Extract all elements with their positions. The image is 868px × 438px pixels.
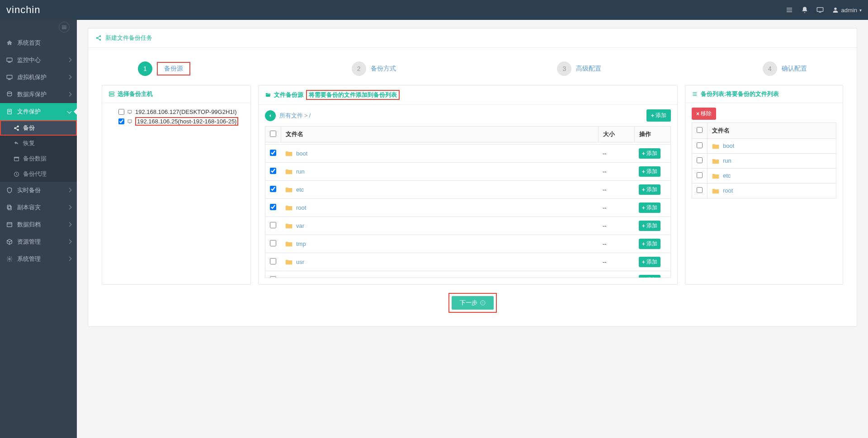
nav-item[interactable]: 实时备份 bbox=[0, 182, 77, 199]
nav-item[interactable]: 虚拟机保护 bbox=[0, 69, 77, 86]
file-name-cell[interactable]: boot bbox=[281, 145, 598, 163]
row-checkbox[interactable] bbox=[270, 240, 276, 246]
nav-item[interactable]: 资源管理 bbox=[0, 233, 77, 250]
nav-label: 资源管理 bbox=[17, 238, 41, 246]
nav-item[interactable]: 副本容灾 bbox=[0, 199, 77, 216]
svg-rect-2 bbox=[787, 11, 792, 12]
host-tree-item[interactable]: 192.168.106.127(DESKTOP-99G2H1I) bbox=[108, 108, 244, 116]
wizard-step[interactable]: 4确认配置 bbox=[763, 61, 807, 76]
svg-rect-32 bbox=[128, 110, 132, 113]
sub-nav-item[interactable]: 恢复 bbox=[0, 136, 77, 151]
target-row-checkbox[interactable] bbox=[697, 157, 703, 163]
target-panel-title: 备份列表:将要备份的文件列表 bbox=[701, 90, 779, 98]
add-selected-button[interactable]: +添加 bbox=[646, 109, 671, 122]
svg-rect-3 bbox=[817, 8, 823, 12]
row-add-button[interactable]: +添加 bbox=[639, 184, 660, 195]
svg-rect-20 bbox=[8, 206, 11, 210]
svg-point-10 bbox=[7, 92, 11, 94]
folder-open-icon bbox=[265, 92, 271, 98]
row-checkbox[interactable] bbox=[270, 258, 276, 264]
svg-rect-18 bbox=[14, 157, 19, 158]
chevron-down-icon: ▾ bbox=[859, 8, 862, 13]
file-name-cell[interactable]: usr bbox=[281, 253, 598, 271]
file-name-cell[interactable]: tmp bbox=[281, 235, 598, 253]
host-checkbox[interactable] bbox=[118, 118, 124, 124]
host-tree-item[interactable]: 192.168.106.25(host-192-168-106-25) bbox=[108, 116, 244, 127]
folder-icon bbox=[285, 187, 292, 193]
display-icon[interactable] bbox=[816, 6, 824, 14]
sidebar-toggle[interactable] bbox=[0, 20, 77, 34]
app-header: vinchin admin ▾ bbox=[0, 0, 868, 20]
sub-nav-item[interactable]: 备份代理 bbox=[0, 166, 77, 182]
target-row-checkbox[interactable] bbox=[697, 142, 703, 148]
nav-item[interactable]: 系统首页 bbox=[0, 34, 77, 52]
next-button[interactable]: 下一步 bbox=[452, 296, 494, 310]
svg-rect-36 bbox=[693, 92, 697, 93]
svg-rect-29 bbox=[109, 94, 114, 96]
row-checkbox[interactable] bbox=[270, 150, 276, 156]
menu-icon[interactable] bbox=[786, 6, 793, 14]
target-row-checkbox[interactable] bbox=[697, 187, 703, 193]
row-add-button[interactable]: +添加 bbox=[639, 148, 660, 159]
host-checkbox[interactable] bbox=[118, 109, 124, 115]
nav-item[interactable]: 数据归档 bbox=[0, 216, 77, 233]
arrow-left-icon bbox=[268, 113, 273, 118]
nav-label: 数据归档 bbox=[17, 221, 41, 229]
target-row-checkbox[interactable] bbox=[697, 172, 703, 178]
file-name-cell[interactable]: root bbox=[281, 199, 598, 217]
row-add-button[interactable]: +添加 bbox=[639, 275, 660, 278]
back-button[interactable] bbox=[265, 110, 276, 121]
nav-item[interactable]: 系统管理 bbox=[0, 250, 77, 268]
server-icon bbox=[108, 91, 115, 97]
row-add-button[interactable]: +添加 bbox=[639, 239, 660, 249]
nav-label: 系统管理 bbox=[17, 255, 41, 263]
remove-button[interactable]: ×移除 bbox=[692, 108, 716, 120]
chevron-icon bbox=[68, 110, 71, 113]
nav-item[interactable]: 文件保护 bbox=[0, 103, 77, 120]
chevron-icon bbox=[68, 257, 71, 261]
row-checkbox[interactable] bbox=[270, 222, 276, 228]
file-row: root--+添加 bbox=[265, 199, 670, 217]
file-name-cell[interactable]: etc bbox=[281, 181, 598, 199]
nav-item[interactable]: 数据库保护 bbox=[0, 86, 77, 103]
svg-rect-7 bbox=[9, 62, 11, 62]
file-row: var--+添加 bbox=[265, 217, 670, 235]
row-add-button[interactable]: +添加 bbox=[639, 166, 660, 177]
bell-icon[interactable] bbox=[801, 6, 808, 14]
nav-label: 副本容灾 bbox=[17, 203, 41, 212]
svg-point-26 bbox=[96, 37, 98, 39]
user-menu[interactable]: admin ▾ bbox=[832, 6, 862, 14]
row-add-button[interactable]: +添加 bbox=[639, 221, 660, 231]
row-checkbox[interactable] bbox=[270, 186, 276, 192]
sub-nav-label: 恢复 bbox=[23, 139, 35, 147]
wizard-step[interactable]: 2备份方式 bbox=[352, 61, 396, 76]
svg-point-16 bbox=[17, 129, 19, 130]
host-panel: 选择备份主机 192.168.106.127(DESKTOP-99G2H1I)1… bbox=[102, 85, 251, 285]
row-checkbox[interactable] bbox=[270, 168, 276, 174]
file-name-cell[interactable]: run bbox=[281, 163, 598, 181]
file-name-cell[interactable]: var bbox=[281, 217, 598, 235]
chevron-icon bbox=[68, 93, 71, 96]
source-hint: 将需要备份的文件添加到备份列表 bbox=[306, 90, 400, 100]
row-add-button[interactable]: +添加 bbox=[639, 257, 660, 267]
row-checkbox[interactable] bbox=[270, 276, 276, 278]
wizard-step[interactable]: 3高级配置 bbox=[557, 61, 601, 76]
svg-rect-6 bbox=[7, 58, 12, 61]
row-add-button[interactable]: +添加 bbox=[639, 203, 660, 213]
file-row: run--+添加 bbox=[265, 163, 670, 181]
file-name-cell[interactable]: bin bbox=[281, 271, 598, 278]
svg-point-39 bbox=[481, 301, 485, 305]
sub-nav-item[interactable]: 备份数据 bbox=[0, 151, 77, 166]
file-size-cell: -- bbox=[598, 253, 634, 271]
row-checkbox[interactable] bbox=[270, 204, 276, 210]
target-file-name: root bbox=[708, 184, 836, 198]
sub-nav-item[interactable]: 备份 bbox=[0, 120, 77, 136]
nav-item[interactable]: 监控中心 bbox=[0, 52, 77, 69]
select-all-checkbox[interactable] bbox=[270, 131, 276, 137]
select-all-target-checkbox[interactable] bbox=[697, 127, 703, 133]
file-size-cell: -- bbox=[598, 235, 634, 253]
step-label: 备份方式 bbox=[371, 65, 396, 73]
chevron-icon bbox=[68, 206, 71, 209]
breadcrumb[interactable]: 所有文件>/ bbox=[279, 112, 311, 120]
wizard-step[interactable]: 1备份源 bbox=[138, 61, 190, 76]
